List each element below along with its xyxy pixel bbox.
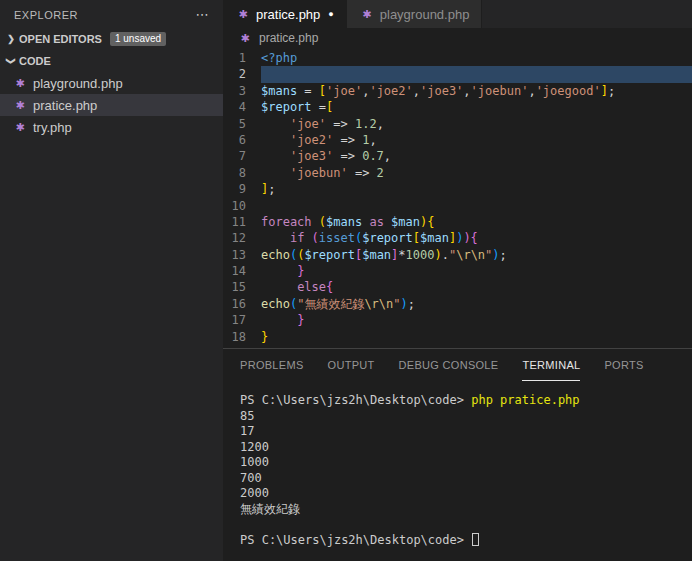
code-token: { bbox=[427, 215, 434, 229]
php-file-icon: ✱ bbox=[359, 8, 375, 21]
code-token: * bbox=[398, 248, 405, 262]
code-token: ) bbox=[492, 248, 499, 262]
code-token: $report bbox=[261, 100, 312, 114]
modified-dot-icon[interactable]: ● bbox=[328, 9, 333, 19]
code-token: 'joe2' bbox=[369, 84, 412, 98]
code-token: = bbox=[297, 84, 319, 98]
editor-area: ✱pratice.php●✱playground.php ✱ pratice.p… bbox=[223, 0, 692, 561]
line-number: 6 bbox=[223, 132, 261, 148]
explorer-sidebar: EXPLORER ⋯ ❯ OPEN EDITORS 1 unsaved ❯ CO… bbox=[0, 0, 223, 561]
file-item-playground.php[interactable]: ✱playground.php bbox=[0, 72, 223, 94]
terminal-line: 2000 bbox=[240, 486, 692, 502]
code-line: 13echo(($report[$man]*1000)."\r\n"); bbox=[223, 247, 692, 263]
code-token bbox=[261, 133, 290, 147]
code-token: , bbox=[377, 117, 384, 131]
terminal-line: 85 bbox=[240, 409, 692, 425]
code-token: \r bbox=[364, 297, 378, 311]
editor-tab-pratice.php[interactable]: ✱pratice.php● bbox=[223, 0, 347, 28]
code-token bbox=[261, 149, 290, 163]
line-number: 13 bbox=[223, 247, 261, 263]
terminal-text: PS C:\Users\jzs2h\Desktop\code> bbox=[240, 533, 471, 547]
open-editors-header[interactable]: ❯ OPEN EDITORS 1 unsaved bbox=[0, 28, 223, 50]
code-token: $man bbox=[391, 215, 420, 229]
breadcrumb[interactable]: ✱ pratice.php bbox=[223, 28, 692, 48]
vscode-window: EXPLORER ⋯ ❯ OPEN EDITORS 1 unsaved ❯ CO… bbox=[0, 0, 692, 561]
code-token: 1.2 bbox=[355, 117, 377, 131]
code-token: { bbox=[326, 280, 333, 294]
code-text: 'joe2' => 1, bbox=[261, 132, 692, 148]
more-actions-icon[interactable]: ⋯ bbox=[196, 10, 210, 20]
terminal[interactable]: PS C:\Users\jzs2h\Desktop\code> php prat… bbox=[223, 381, 692, 561]
code-token: = bbox=[312, 100, 326, 114]
code-text: $mans = ['joe','joe2','joe3','joebun','j… bbox=[261, 83, 692, 99]
editor-tab-playground.php[interactable]: ✱playground.php bbox=[347, 0, 483, 28]
file-label: pratice.php bbox=[33, 98, 97, 113]
code-line: 1<?php bbox=[223, 50, 692, 66]
line-number: 17 bbox=[223, 312, 261, 328]
code-token: 0.7 bbox=[362, 149, 384, 163]
code-text bbox=[261, 198, 692, 214]
file-label: try.php bbox=[33, 120, 72, 135]
code-token: ; bbox=[608, 84, 615, 98]
code-token: ; bbox=[408, 297, 415, 311]
code-token bbox=[261, 280, 297, 294]
code-token: 'joebun' bbox=[471, 84, 529, 98]
code-token: } bbox=[261, 330, 268, 344]
panel-tab-ports[interactable]: PORTS bbox=[604, 349, 643, 381]
code-text: echo("無績效紀錄\r\n"); bbox=[261, 296, 692, 312]
code-token: . bbox=[442, 248, 449, 262]
open-editors-label: OPEN EDITORS bbox=[19, 33, 102, 45]
tab-label: pratice.php bbox=[256, 7, 320, 22]
code-token: , bbox=[413, 84, 420, 98]
tab-label: playground.php bbox=[380, 7, 470, 22]
panel-tab-problems[interactable]: PROBLEMS bbox=[240, 349, 304, 381]
terminal-text: 1200 bbox=[240, 440, 269, 454]
code-token: ; bbox=[500, 248, 507, 262]
code-text: foreach ($mans as $man){ bbox=[261, 214, 692, 230]
panel-tab-output[interactable]: OUTPUT bbox=[328, 349, 375, 381]
code-text: } bbox=[261, 329, 692, 345]
code-token: echo bbox=[261, 297, 290, 311]
line-number: 16 bbox=[223, 296, 261, 312]
panel-tab-debug-console[interactable]: DEBUG CONSOLE bbox=[399, 349, 499, 381]
chevron-right-icon: ❯ bbox=[3, 34, 19, 44]
code-token: 1000 bbox=[406, 248, 435, 262]
file-item-try.php[interactable]: ✱try.php bbox=[0, 116, 223, 138]
code-token: 'joe3' bbox=[420, 84, 463, 98]
line-number: 8 bbox=[223, 165, 261, 181]
terminal-cursor[interactable] bbox=[472, 533, 479, 546]
file-label: playground.php bbox=[33, 76, 123, 91]
folder-code-header[interactable]: ❯ CODE bbox=[0, 50, 223, 72]
code-token: $report bbox=[304, 248, 355, 262]
code-token: , bbox=[463, 84, 470, 98]
code-line: 14 } bbox=[223, 263, 692, 279]
panel-tab-terminal[interactable]: TERMINAL bbox=[522, 349, 580, 381]
code-line: 9]; bbox=[223, 181, 692, 197]
terminal-text: 2000 bbox=[240, 486, 269, 500]
terminal-text: 700 bbox=[240, 471, 262, 485]
code-text: } bbox=[261, 312, 692, 328]
terminal-text: 1000 bbox=[240, 455, 269, 469]
terminal-text: 85 bbox=[240, 409, 254, 423]
unsaved-badge: 1 unsaved bbox=[110, 32, 166, 46]
code-text bbox=[261, 66, 692, 82]
code-token bbox=[261, 166, 290, 180]
code-token: ) bbox=[463, 231, 470, 245]
line-number: 10 bbox=[223, 198, 261, 214]
code-editor[interactable]: 1<?php23$mans = ['joe','joe2','joe3','jo… bbox=[223, 48, 692, 348]
code-token: ; bbox=[268, 182, 275, 196]
php-file-icon: ✱ bbox=[235, 8, 251, 21]
code-token: \n bbox=[471, 248, 485, 262]
folder-code-label: CODE bbox=[19, 55, 51, 67]
explorer-title: EXPLORER bbox=[14, 9, 78, 21]
code-token: { bbox=[471, 231, 478, 245]
file-item-pratice.php[interactable]: ✱pratice.php bbox=[0, 94, 223, 116]
code-line: 17 } bbox=[223, 312, 692, 328]
code-line: 3$mans = ['joe','joe2','joe3','joebun','… bbox=[223, 83, 692, 99]
code-text: 'joebun' => 2 bbox=[261, 165, 692, 181]
code-token: => bbox=[333, 133, 362, 147]
code-token: " bbox=[393, 297, 400, 311]
line-number: 3 bbox=[223, 83, 261, 99]
code-token: , bbox=[528, 84, 535, 98]
code-token: as bbox=[369, 215, 383, 229]
